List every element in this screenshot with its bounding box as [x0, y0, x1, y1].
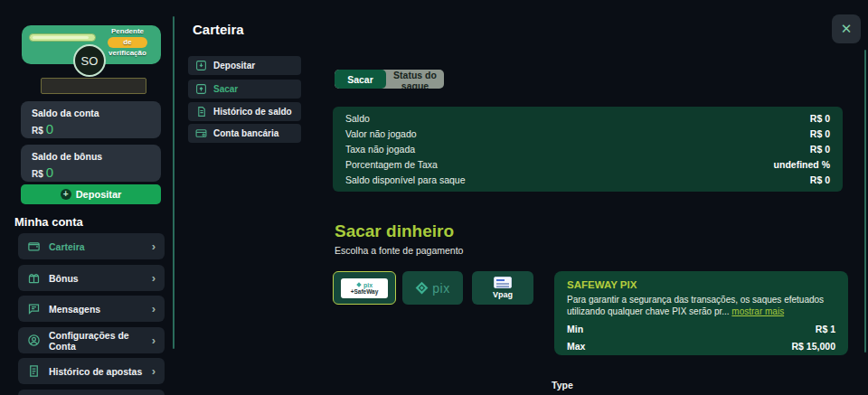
summary-row-porcentagem-taxa: Porcentagem de Taxa undefined %: [333, 157, 843, 172]
wallet-icon: [27, 240, 41, 253]
withdraw-icon: [195, 83, 207, 95]
chevron-right-icon: ›: [152, 240, 156, 252]
bonus-balance-value: R$0: [32, 165, 150, 180]
summary-label: Saldo: [345, 113, 370, 124]
safeway-pix-info-box: SAFEWAY PIX Para garantir a segurança da…: [554, 271, 848, 355]
sidebar-item-label: Histórico de apostas: [49, 366, 144, 377]
vpag-card-icon: [494, 277, 512, 288]
pix-label: pix: [432, 281, 449, 296]
min-value: R$ 1: [816, 324, 835, 334]
max-limit-row: Max R$ 15,000: [567, 341, 835, 352]
close-icon: ✕: [841, 21, 853, 36]
sidebar-item-partial[interactable]: [18, 390, 165, 395]
sidebar-item-label: Bônus: [49, 273, 144, 284]
summary-row-taxa-nao-jogada: Taxa não jogada R$ 0: [333, 142, 843, 156]
plus-icon: +: [61, 189, 71, 200]
wallet-nav-historico-saldo[interactable]: Histórico de saldo: [188, 102, 301, 121]
chevron-right-icon: ›: [152, 334, 156, 346]
verification-progress-bar: [29, 33, 96, 42]
summary-row-saldo-disponivel: Saldo disponível para saque R$ 0: [333, 173, 843, 187]
chevron-right-icon: ›: [152, 272, 156, 284]
summary-value: R$ 0: [810, 128, 830, 139]
my-account-title: Minha conta: [14, 215, 83, 229]
avatar-initials: SO: [81, 54, 99, 68]
avatar[interactable]: SO: [73, 44, 106, 77]
wallet-nav-label: Sacar: [213, 84, 238, 94]
bonus-balance-amount: 0: [46, 165, 53, 180]
verification-status: Pendente de verificação: [99, 27, 156, 58]
withdraw-section-title: Sacar dinheiro: [335, 221, 454, 241]
sidebar-item-label: Configurações de Conta: [49, 330, 144, 352]
summary-value: undefined %: [774, 159, 830, 170]
vpag-label: Vpag: [493, 290, 513, 299]
wallet-nav-label: Depositar: [213, 61, 255, 71]
chat-icon: [27, 302, 41, 315]
gift-icon: [27, 271, 41, 285]
page-title: Carteira: [193, 22, 244, 37]
withdraw-tabbar: Sacar Status do saque: [335, 70, 444, 89]
max-label: Max: [567, 341, 585, 352]
summary-label: Porcentagem de Taxa: [345, 159, 438, 170]
wallet-nav-label: Conta bancária: [213, 128, 278, 138]
tab-status-do-saque[interactable]: Status do saque: [386, 70, 444, 89]
safeway-label: +SafeWay: [351, 288, 379, 295]
summary-row-saldo: Saldo R$ 0: [333, 111, 843, 126]
verification-pill: de: [108, 37, 147, 48]
withdraw-section-subtitle: Escolha a fonte de pagamento: [335, 245, 463, 256]
min-label: Min: [567, 324, 583, 334]
min-limit-row: Min R$ 1: [567, 324, 835, 334]
deposit-button[interactable]: + Depositar: [21, 184, 161, 204]
type-field-label: Type: [552, 380, 573, 390]
info-description-text: Para garantir a segurança das transações…: [567, 295, 824, 316]
info-box-title: SAFEWAY PIX: [567, 279, 835, 290]
currency-symbol: R$: [32, 126, 43, 136]
sidebar-item-label: Carteira: [49, 241, 144, 252]
summary-value: R$ 0: [810, 113, 830, 124]
summary-value: R$ 0: [810, 144, 830, 155]
username-input[interactable]: [41, 78, 146, 94]
verification-progress-fill: [33, 36, 89, 39]
wallet-nav-label: Histórico de saldo: [213, 107, 292, 117]
summary-row-valor-nao-jogado: Valor não jogado R$ 0: [333, 127, 843, 141]
user-settings-icon: [27, 334, 41, 347]
right-scrollbar[interactable]: [864, 50, 866, 353]
wallet-nav-sacar[interactable]: Sacar: [188, 80, 301, 99]
payment-method-safeway[interactable]: pix +SafeWay: [333, 271, 396, 305]
payment-method-vpag[interactable]: Vpag: [472, 271, 533, 305]
safeway-logo: pix +SafeWay: [341, 278, 388, 298]
payment-method-pix[interactable]: pix: [402, 271, 463, 305]
sidebar-item-label: Mensagens: [49, 304, 144, 315]
verification-line2: verificação: [108, 49, 146, 57]
balance-history-icon: [195, 106, 207, 118]
sidebar-item-bonus[interactable]: Bônus ›: [18, 265, 165, 291]
summary-label: Taxa não jogada: [345, 144, 415, 155]
show-more-link[interactable]: mostrar mais: [731, 306, 784, 316]
wallet-nav-conta-bancaria[interactable]: Conta bancária: [188, 124, 301, 143]
sidebar-item-mensagens[interactable]: Mensagens ›: [18, 296, 165, 322]
chevron-right-icon: ›: [152, 303, 156, 315]
info-box-description: Para garantir a segurança das transações…: [567, 294, 835, 317]
pix-diamond-icon: [415, 281, 429, 295]
wallet-nav-depositar[interactable]: Depositar: [188, 56, 301, 75]
sidebar-item-configuracoes[interactable]: Configurações de Conta ›: [18, 327, 165, 353]
balance-summary-panel: Saldo R$ 0 Valor não jogado R$ 0 Taxa nã…: [333, 107, 843, 192]
bet-history-icon: [27, 364, 41, 378]
close-button[interactable]: ✕: [832, 14, 861, 43]
sidebar-item-carteira[interactable]: Carteira ›: [18, 233, 165, 259]
account-balance-amount: 0: [46, 121, 53, 136]
tab-sacar[interactable]: Sacar: [335, 70, 386, 89]
summary-label: Valor não jogado: [345, 128, 417, 139]
account-balance-value: R$0: [32, 121, 150, 136]
deposit-button-label: Depositar: [76, 189, 122, 200]
max-value: R$ 15,000: [792, 341, 835, 352]
chevron-right-icon: ›: [152, 365, 156, 377]
bonus-balance-card: Saldo de bônus R$0: [21, 145, 161, 182]
summary-value: R$ 0: [810, 174, 830, 185]
summary-label: Saldo disponível para saque: [345, 174, 466, 185]
bank-card-icon: [195, 127, 207, 139]
account-balance-label: Saldo da conta: [32, 108, 150, 118]
safeway-pix-word: pix: [363, 282, 373, 288]
currency-symbol: R$: [32, 169, 43, 179]
sidebar-item-historico-apostas[interactable]: Histórico de apostas ›: [18, 358, 165, 384]
left-scrollbar[interactable]: [173, 16, 175, 349]
